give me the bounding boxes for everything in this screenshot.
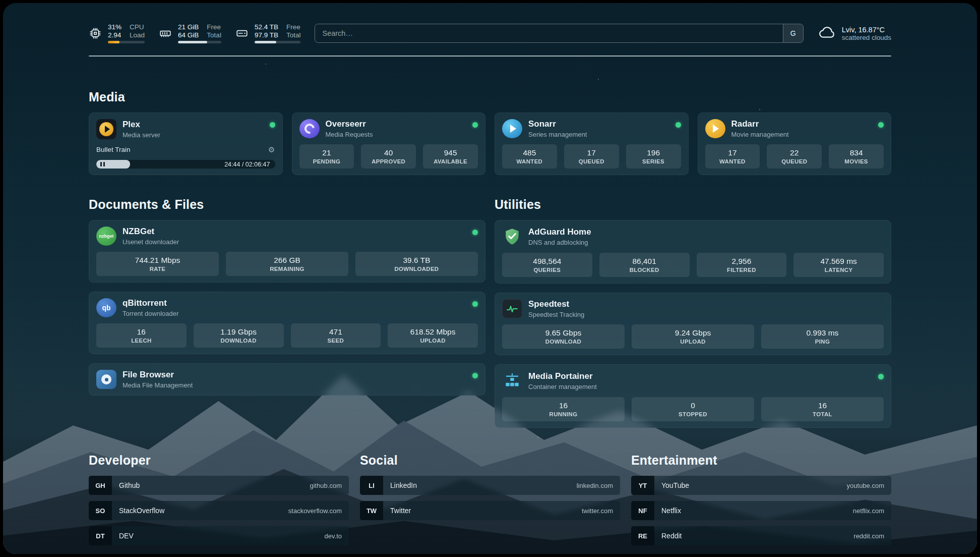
speedtest-icon <box>502 299 522 318</box>
nzbget-icon: nzbget <box>96 227 116 246</box>
service-name: Media Portainer <box>528 371 872 381</box>
service-desc: Speedtest Tracking <box>528 311 884 318</box>
dashboard-screen: 31% 2.94 CPU Load <box>3 3 977 554</box>
section-title-utilities: Utilities <box>495 197 891 212</box>
bookmark-abbr: DT <box>89 526 112 545</box>
playback-time: 24:44 / 02:06:47 <box>224 161 270 168</box>
service-desc: Torrent downloader <box>122 310 466 317</box>
service-desc: Media File Management <box>122 381 466 389</box>
memory-icon <box>159 27 172 40</box>
section-utilities: Utilities AdGuard Home <box>495 197 891 428</box>
stat-queries: 498,564 QUERIES <box>502 253 592 277</box>
sonarr-icon <box>502 119 522 138</box>
bookmark-github[interactable]: GH Github github.com <box>89 476 349 495</box>
bookmark-group-entertainment: Entertainment YT YouTube youtube.com NF … <box>631 453 891 545</box>
cpu-load-label: Load <box>130 31 145 39</box>
memory-widget: 21 GiB 64 GiB Free Total <box>159 23 221 43</box>
bookmark-url: twitter.com <box>582 507 620 515</box>
stat-latency: 47.569 ms LATENCY <box>793 253 884 277</box>
weather-widget: Lviv, 16.87°C scattered clouds <box>818 25 891 42</box>
stat-filtered: 2,956 FILTERED <box>697 253 787 277</box>
stat-series: 196 SERIES <box>626 144 681 169</box>
stat-blocked: 86,401 BLOCKED <box>599 253 690 277</box>
radarr-icon <box>705 119 725 138</box>
bookmark-url: stackoverflow.com <box>288 507 349 515</box>
service-name: qBittorrent <box>122 298 466 308</box>
service-name: NZBGet <box>122 227 466 237</box>
disk-progress-track <box>255 41 301 43</box>
service-card-overseerr[interactable]: Overseerr Media Requests 21 PENDING 40 A… <box>292 113 486 175</box>
gear-icon[interactable]: ⚙ <box>268 146 275 153</box>
disk-icon <box>235 27 249 40</box>
memory-free-label: Free <box>207 23 221 31</box>
service-desc: Container management <box>528 383 872 391</box>
disk-total-value: 97.9 TB <box>255 31 278 39</box>
disk-progress-fill <box>255 41 276 43</box>
service-card-sonarr[interactable]: Sonarr Series management 485 WANTED 17 Q… <box>495 113 689 175</box>
service-card-filebrowser[interactable]: File Browser Media File Management <box>89 363 485 396</box>
stat-queued: 17 QUEUED <box>564 144 619 169</box>
stat-download: 9.65 Gbps DOWNLOAD <box>502 324 625 349</box>
service-card-nzbget[interactable]: nzbget NZBGet Usenet downloader 744.21 M… <box>89 220 485 283</box>
stat-wanted: 17 WANTED <box>705 144 760 169</box>
stat-queued: 22 QUEUED <box>767 144 822 169</box>
service-name: Overseerr <box>326 119 467 129</box>
service-desc: Media server <box>122 131 264 139</box>
section-title-developer: Developer <box>89 453 349 468</box>
weather-location: Lviv, 16.87°C <box>842 26 891 34</box>
service-name: Radarr <box>731 119 873 129</box>
disk-total-label: Total <box>286 31 301 39</box>
bookmark-group-developer: Developer GH Github github.com SO StackO… <box>89 453 349 545</box>
bookmark-abbr: TW <box>360 501 383 520</box>
memory-free-value: 21 GiB <box>178 23 199 31</box>
service-desc: Movie management <box>731 131 873 138</box>
bookmark-url: reddit.com <box>853 532 891 540</box>
stat-available: 945 AVAILABLE <box>423 144 478 169</box>
bookmark-abbr: SO <box>89 501 112 520</box>
service-desc: Series management <box>528 131 669 138</box>
header-bar: 31% 2.94 CPU Load <box>89 23 891 43</box>
bookmark-reddit[interactable]: RE Reddit reddit.com <box>631 526 891 545</box>
bookmark-netflix[interactable]: NF Netflix netflix.com <box>631 501 891 520</box>
bookmark-name: YouTube <box>654 481 847 489</box>
memory-progress-track <box>178 41 221 43</box>
status-dot <box>878 374 884 379</box>
bookmark-url: dev.to <box>325 532 349 540</box>
portainer-icon <box>502 371 522 391</box>
section-media: Media Plex Media server Bullet Train ⚙ <box>89 90 891 175</box>
stat-leech: 16 LEECH <box>96 323 187 348</box>
bookmark-youtube[interactable]: YT YouTube youtube.com <box>631 476 891 495</box>
cpu-progress-track <box>108 41 145 43</box>
bookmark-abbr: NF <box>631 501 654 520</box>
service-card-portainer[interactable]: Media Portainer Container management 16 … <box>495 364 891 428</box>
cloud-icon <box>818 25 836 42</box>
search-input[interactable] <box>315 24 782 42</box>
service-card-adguard[interactable]: AdGuard Home DNS and adblocking 498,564 … <box>495 220 891 284</box>
cpu-percent: 31% <box>108 23 121 31</box>
bookmark-twitter[interactable]: TW Twitter twitter.com <box>360 501 620 520</box>
search-bar: G <box>315 24 803 43</box>
section-title-entertainment: Entertainment <box>631 453 891 468</box>
bookmark-linkedin[interactable]: LI LinkedIn linkedin.com <box>360 476 620 495</box>
service-name: File Browser <box>122 370 466 380</box>
memory-total-label: Total <box>207 31 221 39</box>
service-desc: DNS and adblocking <box>528 239 884 246</box>
cpu-widget: 31% 2.94 CPU Load <box>89 23 145 43</box>
service-card-qbittorrent[interactable]: qb qBittorrent Torrent downloader 16 LEE… <box>89 292 485 354</box>
bookmark-dev[interactable]: DT DEV dev.to <box>89 526 349 545</box>
adguard-shield-icon <box>502 227 522 247</box>
bookmark-abbr: GH <box>89 476 112 495</box>
service-card-plex[interactable]: Plex Media server Bullet Train ⚙ 24:44 /… <box>89 113 283 175</box>
bookmark-stackoverflow[interactable]: SO StackOverflow stackoverflow.com <box>89 501 349 520</box>
stat-seed: 471 SEED <box>291 323 381 348</box>
playback-progress-bar: 24:44 / 02:06:47 <box>96 160 275 169</box>
search-provider-button[interactable]: G <box>783 24 803 42</box>
section-title-documents: Documents & Files <box>89 197 485 212</box>
service-name: Sonarr <box>528 119 669 129</box>
section-title-media: Media <box>89 90 891 104</box>
service-card-radarr[interactable]: Radarr Movie management 17 WANTED 22 QUE… <box>698 113 892 175</box>
memory-progress-fill <box>178 41 207 43</box>
pause-button[interactable] <box>100 162 105 166</box>
service-card-speedtest[interactable]: Speedtest Speedtest Tracking 9.65 Gbps D… <box>495 293 891 355</box>
stat-remaining: 266 GB REMAINING <box>226 252 348 276</box>
